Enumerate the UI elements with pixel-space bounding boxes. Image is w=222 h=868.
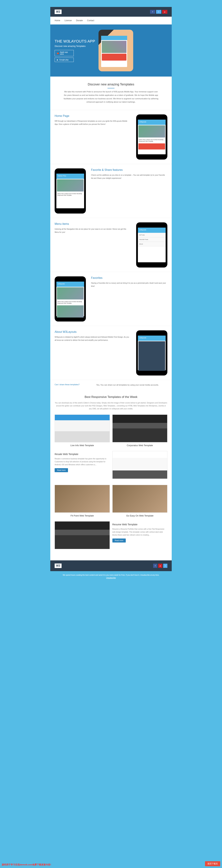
twitter-icon[interactable]: t xyxy=(156,10,161,14)
templates-title: Best Responsive Templates of the Week xyxy=(55,395,167,399)
phone-mockup: Interior Plus Interior Plus a Interior a… xyxy=(55,168,86,214)
feature-text: W3layouts is initiated by AgileITs which… xyxy=(55,336,131,342)
template-card[interactable] xyxy=(55,521,110,551)
facebook-icon[interactable]: f xyxy=(150,10,155,14)
template-card[interactable]: Live Info Web Template xyxy=(55,414,110,447)
template-text-card: Resume Web Template Resume a Resume Port… xyxy=(113,521,167,551)
hero-title: THE W3LAYOUTS APP xyxy=(55,39,95,43)
discover-section: Discover new amazing Templates We take t… xyxy=(50,76,172,110)
nav-contact[interactable]: Contact xyxy=(87,19,94,22)
templates-intro: You can download any of this week's Edit… xyxy=(55,401,167,410)
template-card[interactable]: Go Easy On Web Template xyxy=(113,485,167,517)
feature-title: Favorite & Share features xyxy=(91,168,167,172)
template-card[interactable]: Corporatus Web Template xyxy=(113,414,167,447)
nav-donate[interactable]: Donate xyxy=(76,19,83,22)
pinterest-icon[interactable]: p xyxy=(162,10,167,14)
templates-section: Best Responsive Templates of the Week Yo… xyxy=(50,390,172,560)
feature-text: Indexing all the Navigation bits at one … xyxy=(55,227,131,234)
phone-mockup: w3layouts Interior Plus a Interior and F… xyxy=(136,115,167,159)
share-question: Can I share these templates? xyxy=(55,383,89,386)
feature-title: Home Page xyxy=(55,115,131,118)
template-text-card: Resale Web Template Resale e commerce bu… xyxy=(55,451,110,480)
nav-license[interactable]: License xyxy=(65,19,72,22)
bottom-text: We spend hours curating the best content… xyxy=(0,571,222,582)
header: W3 f t p xyxy=(50,7,172,17)
facebook-icon[interactable]: f xyxy=(153,564,157,568)
feature-title: Favorites xyxy=(91,276,167,279)
share-row: Can I share these templates? Yes, You ca… xyxy=(50,380,172,390)
appstore-button[interactable]: 🍎 Apple app store xyxy=(55,50,74,56)
social-top: f t p xyxy=(150,10,167,14)
unsubscribe-link[interactable]: Unsubscribe xyxy=(106,577,116,579)
feature-menu: Menu items Indexing all the Navigation b… xyxy=(50,218,172,272)
feature-text: Riff through our latest/stack of Respons… xyxy=(55,120,131,126)
hero-phone-image xyxy=(98,30,133,71)
hero-subtitle: Discover new amazing Templates xyxy=(55,45,95,48)
feature-home: Home Page Riff through our latest/stack … xyxy=(50,110,172,164)
feature-title: About W3Layouts xyxy=(55,330,131,334)
discover-title: Discover new amazing Templates xyxy=(55,83,167,88)
feature-text: Having a Favorites list is a luxury and … xyxy=(91,282,167,288)
hero: THE W3LAYOUTS APP Discover new amazing T… xyxy=(50,25,172,76)
footer-logo[interactable]: W3 xyxy=(55,563,62,568)
phone-mockup: w3layouts Interior Plus a Interior and F… xyxy=(55,276,86,321)
nav-home[interactable]: Home xyxy=(55,19,60,22)
twitter-icon[interactable]: t xyxy=(163,564,167,568)
phone-mockup: w3layouts All Posts Favorite Posts About xyxy=(136,222,167,268)
feature-title: Menu items xyxy=(55,222,131,225)
read-more-button[interactable]: Read more xyxy=(55,468,68,472)
googleplay-button[interactable]: ▶ Google play xyxy=(55,58,74,62)
phone-mockup: w3layouts xyxy=(136,330,167,375)
read-more-button[interactable]: Read more xyxy=(113,538,126,542)
footer: W3 f p t xyxy=(50,560,172,571)
feature-text: Check out the additives as you dive-in o… xyxy=(91,174,167,180)
nav: Home License Donate Contact xyxy=(50,17,172,25)
feature-favorite: Favorite & Share features Check out the … xyxy=(50,164,172,218)
feature-favorites: Favorites Having a Favorites list is a l… xyxy=(50,272,172,326)
share-answer: Yes, You can share our all templates by … xyxy=(96,383,159,386)
feature-about: About W3Layouts W3layouts is initiated b… xyxy=(50,326,172,380)
template-card[interactable] xyxy=(113,451,167,480)
pinterest-icon[interactable]: p xyxy=(158,564,162,568)
discover-text: We take this moment with Pride to announ… xyxy=(63,90,159,104)
template-card[interactable]: Fit Point Web Template xyxy=(55,485,110,517)
logo[interactable]: W3 xyxy=(55,9,62,14)
